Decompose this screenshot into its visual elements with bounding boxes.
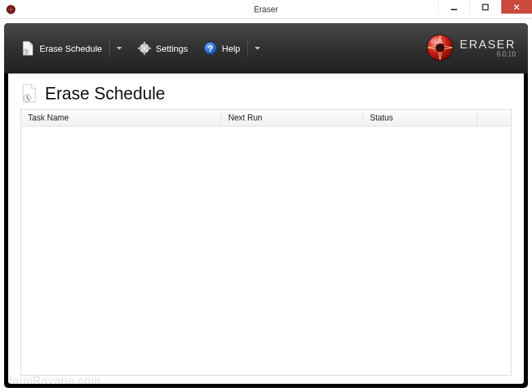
- erase-schedule-button[interactable]: Erase Schedule: [16, 37, 126, 60]
- chevron-down-icon[interactable]: [255, 47, 260, 50]
- minimize-button[interactable]: [438, 0, 469, 14]
- window-controls: [438, 0, 532, 14]
- gear-icon: [137, 41, 152, 56]
- column-header-spacer: [478, 110, 511, 126]
- toolbar: Erase Schedule Settings: [4, 23, 528, 74]
- column-header-status[interactable]: Status: [363, 110, 478, 126]
- settings-button[interactable]: Settings: [133, 38, 192, 59]
- close-button[interactable]: [501, 0, 532, 14]
- content-area: Erase Schedule Task Name Next Run Status: [8, 74, 524, 384]
- task-grid[interactable]: Task Name Next Run Status: [20, 109, 512, 376]
- svg-rect-7: [144, 52, 145, 55]
- app-icon: [5, 4, 16, 15]
- page-header: Erase Schedule: [20, 83, 512, 103]
- help-icon: ?: [203, 41, 218, 56]
- settings-label: Settings: [156, 44, 188, 54]
- title-bar: Eraser: [0, 0, 532, 19]
- erase-schedule-label: Erase Schedule: [40, 44, 102, 54]
- svg-rect-3: [483, 4, 488, 10]
- svg-rect-9: [148, 48, 151, 49]
- app-frame: Erase Schedule Settings: [4, 23, 528, 388]
- brand-version: 6.0.10: [497, 51, 516, 59]
- brand-area: ERASER 6.0.10: [426, 33, 516, 64]
- document-clock-icon: [20, 83, 38, 103]
- maximize-button[interactable]: [469, 0, 501, 14]
- svg-point-15: [431, 38, 443, 45]
- svg-rect-8: [138, 48, 140, 49]
- svg-rect-2: [451, 9, 457, 10]
- help-button[interactable]: ? Help: [199, 37, 264, 60]
- help-label: Help: [222, 44, 240, 54]
- column-header-task-name[interactable]: Task Name: [21, 110, 221, 126]
- svg-rect-6: [144, 42, 145, 45]
- document-icon: [20, 41, 35, 56]
- eraser-logo-icon: [426, 33, 454, 64]
- brand-name: ERASER: [460, 39, 516, 51]
- grid-body[interactable]: [21, 127, 511, 375]
- column-header-next-run[interactable]: Next Run: [221, 110, 363, 126]
- svg-text:?: ?: [208, 44, 213, 54]
- chevron-down-icon[interactable]: [116, 47, 122, 50]
- grid-header-row: Task Name Next Run Status: [21, 110, 511, 127]
- page-title: Erase Schedule: [45, 84, 166, 103]
- svg-point-10: [142, 47, 146, 50]
